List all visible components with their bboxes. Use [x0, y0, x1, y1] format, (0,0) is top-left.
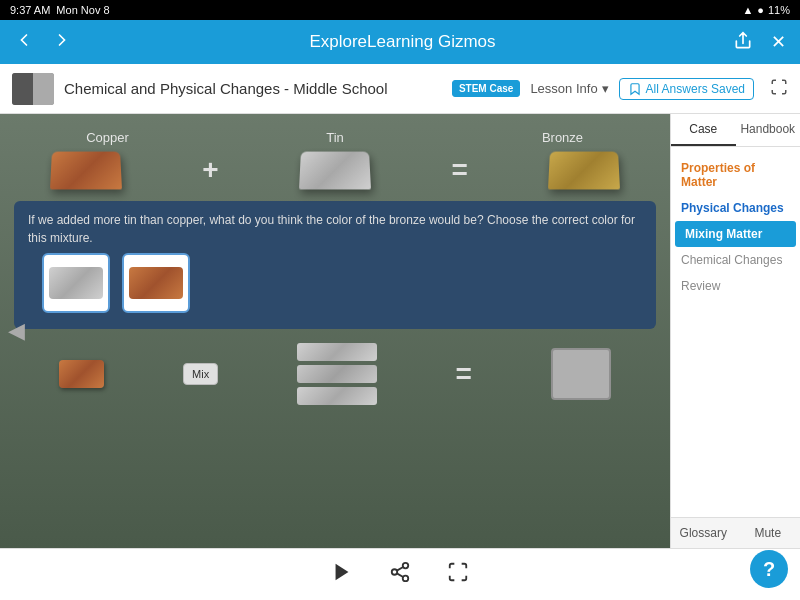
- tin-ingot-1: [297, 343, 377, 361]
- tin-label: Tin: [248, 130, 423, 145]
- copper-ingot: [50, 152, 122, 190]
- tin-ingot-3: [297, 387, 377, 405]
- status-bar: 9:37 AM Mon Nov 8 ▲ ● 11%: [0, 0, 800, 20]
- sidebar-item-properties[interactable]: Properties of Matter: [671, 155, 800, 195]
- sidebar-bottom: Glossary Mute: [671, 517, 800, 548]
- question-text: If we added more tin than copper, what d…: [28, 211, 642, 247]
- saved-badge: All Answers Saved: [619, 78, 754, 100]
- choice-silver[interactable]: [42, 253, 110, 313]
- forward-button[interactable]: [52, 30, 72, 55]
- small-copper-ingot: [59, 360, 104, 388]
- lesson-title: Chemical and Physical Changes - Middle S…: [64, 80, 442, 97]
- sidebar-item-mixing[interactable]: Mixing Matter: [675, 221, 796, 247]
- help-button[interactable]: ?: [750, 550, 788, 588]
- back-arrow[interactable]: ◀: [8, 318, 25, 344]
- lesson-header: Chemical and Physical Changes - Middle S…: [0, 64, 800, 114]
- status-time: 9:37 AM: [10, 4, 50, 16]
- sidebar-tabs: Case Handbook: [671, 114, 800, 147]
- bronze-ingot: [548, 152, 620, 190]
- svg-marker-0: [336, 564, 349, 581]
- bottom-toolbar: [0, 548, 800, 600]
- back-button[interactable]: [14, 30, 34, 55]
- chevron-down-icon: ▾: [602, 81, 609, 96]
- mute-button[interactable]: Mute: [736, 518, 801, 548]
- choices-row: [42, 253, 628, 313]
- result-box: [551, 348, 611, 400]
- svg-point-3: [403, 576, 409, 582]
- choice-silver-ingot: [49, 267, 103, 299]
- stem-badge: STEM Case: [452, 80, 520, 97]
- tin-ingot-2: [297, 365, 377, 383]
- svg-point-2: [392, 569, 398, 575]
- metals-row: + =: [0, 145, 670, 195]
- tin-ingot: [299, 152, 371, 190]
- saved-label: All Answers Saved: [646, 82, 745, 96]
- play-icon: [331, 561, 353, 583]
- top-nav: ExploreLearning Gizmos ✕: [0, 20, 800, 64]
- sidebar-item-chemical[interactable]: Chemical Changes: [671, 247, 800, 273]
- share-icon: [389, 561, 411, 583]
- expand-icon: [770, 78, 788, 96]
- battery-label: 11%: [768, 4, 790, 16]
- lesson-info-button[interactable]: Lesson Info ▾: [530, 81, 608, 96]
- svg-line-5: [397, 567, 403, 571]
- lesson-icon: [12, 73, 54, 105]
- mixing-scene: Copper Tin Bronze + = If we added more t…: [0, 114, 670, 548]
- share-button[interactable]: [733, 31, 753, 54]
- expand-button[interactable]: [770, 78, 788, 100]
- sidebar: Case Handbook Properties of Matter Physi…: [670, 114, 800, 548]
- app-title: ExploreLearning Gizmos: [309, 32, 495, 52]
- close-button[interactable]: ✕: [771, 31, 786, 53]
- main-area: Copper Tin Bronze + = If we added more t…: [0, 114, 800, 548]
- share-toolbar-button[interactable]: [389, 561, 411, 588]
- bottom-equals: =: [456, 358, 472, 390]
- lesson-info-label: Lesson Info: [530, 81, 597, 96]
- labels-row: Copper Tin Bronze: [0, 114, 670, 145]
- sidebar-item-physical[interactable]: Physical Changes: [671, 195, 800, 221]
- mix-button[interactable]: Mix: [183, 363, 218, 385]
- tab-case[interactable]: Case: [671, 114, 736, 146]
- play-button[interactable]: [331, 561, 353, 588]
- plus-symbol: +: [202, 154, 218, 186]
- tab-handbook[interactable]: Handbook: [736, 114, 801, 146]
- svg-line-4: [397, 573, 403, 577]
- sidebar-navigation: Properties of Matter Physical Changes Mi…: [671, 147, 800, 517]
- fullscreen-icon: [447, 561, 469, 583]
- tin-ingots-group: [297, 343, 377, 405]
- bronze-label: Bronze: [475, 130, 650, 145]
- question-box: If we added more tin than copper, what d…: [14, 201, 656, 329]
- bookmark-icon: [628, 82, 642, 96]
- sidebar-item-review[interactable]: Review: [671, 273, 800, 299]
- choice-copper[interactable]: [122, 253, 190, 313]
- wifi-icon: ▲: [742, 4, 753, 16]
- equals-symbol: =: [451, 154, 467, 186]
- copper-label: Copper: [20, 130, 195, 145]
- choice-copper-ingot: [129, 267, 183, 299]
- bottom-mix-row: Mix =: [0, 335, 670, 413]
- status-day: Mon Nov 8: [56, 4, 109, 16]
- gizmo-panel: Copper Tin Bronze + = If we added more t…: [0, 114, 670, 548]
- svg-point-1: [403, 563, 409, 569]
- signal-icon: ●: [757, 4, 764, 16]
- glossary-button[interactable]: Glossary: [671, 518, 736, 548]
- fullscreen-button[interactable]: [447, 561, 469, 588]
